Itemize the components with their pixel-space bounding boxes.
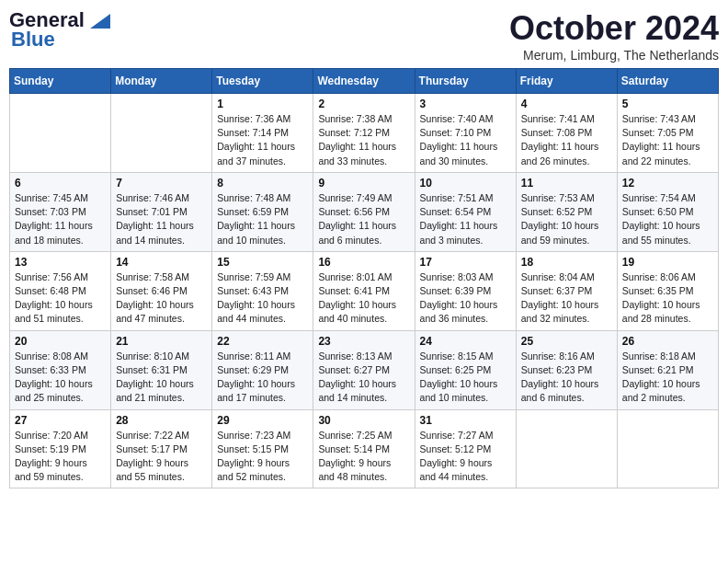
calendar-cell: 8Sunrise: 7:48 AM Sunset: 6:59 PM Daylig… [212, 172, 313, 251]
day-info: Sunrise: 7:51 AM Sunset: 6:54 PM Dayligh… [420, 191, 511, 247]
day-number: 15 [217, 256, 308, 269]
day-info: Sunrise: 8:03 AM Sunset: 6:39 PM Dayligh… [420, 270, 511, 327]
day-number: 16 [318, 256, 409, 269]
weekday-header-friday: Friday [516, 69, 617, 94]
day-number: 25 [521, 335, 612, 348]
day-info: Sunrise: 7:41 AM Sunset: 7:08 PM Dayligh… [521, 112, 612, 168]
calendar-cell: 9Sunrise: 7:49 AM Sunset: 6:56 PM Daylig… [313, 172, 415, 251]
calendar-cell: 21Sunrise: 8:10 AM Sunset: 6:31 PM Dayli… [111, 330, 212, 409]
weekday-header-wednesday: Wednesday [313, 69, 415, 94]
day-number: 10 [420, 177, 511, 190]
svg-marker-0 [90, 14, 110, 29]
day-info: Sunrise: 7:38 AM Sunset: 7:12 PM Dayligh… [318, 112, 409, 168]
calendar-cell: 12Sunrise: 7:54 AM Sunset: 6:50 PM Dayli… [617, 172, 718, 251]
day-number: 18 [521, 256, 612, 269]
day-info: Sunrise: 7:40 AM Sunset: 7:10 PM Dayligh… [420, 112, 511, 168]
day-number: 21 [116, 335, 207, 348]
day-number: 2 [318, 98, 409, 110]
day-info: Sunrise: 7:48 AM Sunset: 6:59 PM Dayligh… [217, 191, 308, 247]
weekday-header-tuesday: Tuesday [212, 69, 313, 94]
day-info: Sunrise: 7:49 AM Sunset: 6:56 PM Dayligh… [318, 191, 409, 247]
day-info: Sunrise: 7:53 AM Sunset: 6:52 PM Dayligh… [521, 191, 612, 247]
day-info: Sunrise: 8:18 AM Sunset: 6:21 PM Dayligh… [622, 350, 713, 406]
day-info: Sunrise: 8:13 AM Sunset: 6:27 PM Dayligh… [318, 350, 409, 406]
day-info: Sunrise: 7:25 AM Sunset: 5:14 PM Dayligh… [318, 429, 409, 485]
calendar-cell: 2Sunrise: 7:38 AM Sunset: 7:12 PM Daylig… [313, 94, 415, 173]
calendar-cell: 26Sunrise: 8:18 AM Sunset: 6:21 PM Dayli… [617, 330, 718, 409]
calendar-cell: 16Sunrise: 8:01 AM Sunset: 6:41 PM Dayli… [313, 251, 415, 330]
day-number: 17 [420, 256, 511, 269]
calendar-week-5: 27Sunrise: 7:20 AM Sunset: 5:19 PM Dayli… [10, 409, 719, 488]
calendar-cell: 17Sunrise: 8:03 AM Sunset: 6:39 PM Dayli… [415, 251, 516, 330]
location: Merum, Limburg, The Netherlands [509, 48, 719, 63]
calendar-cell: 5Sunrise: 7:43 AM Sunset: 7:05 PM Daylig… [617, 94, 718, 173]
day-number: 30 [318, 414, 409, 427]
calendar-cell: 11Sunrise: 7:53 AM Sunset: 6:52 PM Dayli… [516, 172, 617, 251]
day-number: 9 [318, 177, 409, 190]
calendar-week-3: 13Sunrise: 7:56 AM Sunset: 6:48 PM Dayli… [10, 251, 719, 330]
weekday-header-sunday: Sunday [10, 69, 111, 94]
calendar-cell: 10Sunrise: 7:51 AM Sunset: 6:54 PM Dayli… [415, 172, 516, 251]
weekday-header-monday: Monday [111, 69, 212, 94]
day-info: Sunrise: 7:59 AM Sunset: 6:43 PM Dayligh… [217, 270, 308, 327]
calendar-cell: 6Sunrise: 7:45 AM Sunset: 7:03 PM Daylig… [10, 172, 111, 251]
day-info: Sunrise: 8:04 AM Sunset: 6:37 PM Dayligh… [521, 270, 612, 327]
day-number: 1 [217, 98, 308, 110]
day-number: 13 [15, 256, 106, 269]
month-title: October 2024 [509, 9, 719, 48]
calendar-cell: 1Sunrise: 7:36 AM Sunset: 7:14 PM Daylig… [212, 94, 313, 173]
logo-blue: Blue [11, 28, 55, 52]
day-number: 6 [15, 177, 106, 190]
day-number: 27 [15, 414, 106, 427]
day-info: Sunrise: 8:01 AM Sunset: 6:41 PM Dayligh… [318, 270, 409, 327]
day-info: Sunrise: 7:22 AM Sunset: 5:17 PM Dayligh… [116, 429, 207, 485]
day-info: Sunrise: 7:46 AM Sunset: 7:01 PM Dayligh… [116, 191, 207, 247]
day-number: 12 [622, 177, 713, 190]
day-info: Sunrise: 7:58 AM Sunset: 6:46 PM Dayligh… [116, 270, 207, 327]
day-number: 23 [318, 335, 409, 348]
day-info: Sunrise: 8:10 AM Sunset: 6:31 PM Dayligh… [116, 350, 207, 406]
day-info: Sunrise: 7:23 AM Sunset: 5:15 PM Dayligh… [217, 429, 308, 485]
calendar-cell: 19Sunrise: 8:06 AM Sunset: 6:35 PM Dayli… [617, 251, 718, 330]
calendar-cell: 29Sunrise: 7:23 AM Sunset: 5:15 PM Dayli… [212, 409, 313, 488]
calendar-week-2: 6Sunrise: 7:45 AM Sunset: 7:03 PM Daylig… [10, 172, 719, 251]
calendar-cell: 22Sunrise: 8:11 AM Sunset: 6:29 PM Dayli… [212, 330, 313, 409]
day-number: 14 [116, 256, 207, 269]
day-info: Sunrise: 8:16 AM Sunset: 6:23 PM Dayligh… [521, 350, 612, 406]
day-number: 22 [217, 335, 308, 348]
calendar-cell: 7Sunrise: 7:46 AM Sunset: 7:01 PM Daylig… [111, 172, 212, 251]
day-number: 28 [116, 414, 207, 427]
calendar-week-4: 20Sunrise: 8:08 AM Sunset: 6:33 PM Dayli… [10, 330, 719, 409]
calendar-cell [516, 409, 617, 488]
calendar-cell: 28Sunrise: 7:22 AM Sunset: 5:17 PM Dayli… [111, 409, 212, 488]
calendar-cell: 24Sunrise: 8:15 AM Sunset: 6:25 PM Dayli… [415, 330, 516, 409]
calendar-cell: 30Sunrise: 7:25 AM Sunset: 5:14 PM Dayli… [313, 409, 415, 488]
calendar-cell: 31Sunrise: 7:27 AM Sunset: 5:12 PM Dayli… [415, 409, 516, 488]
calendar-header-row: SundayMondayTuesdayWednesdayThursdayFrid… [10, 69, 719, 94]
weekday-header-thursday: Thursday [415, 69, 516, 94]
page-header: General Blue October 2024 Merum, Limburg… [9, 9, 719, 63]
day-info: Sunrise: 7:27 AM Sunset: 5:12 PM Dayligh… [420, 429, 511, 485]
day-info: Sunrise: 7:45 AM Sunset: 7:03 PM Dayligh… [15, 191, 106, 247]
day-number: 5 [622, 98, 713, 110]
logo-icon [90, 14, 110, 29]
calendar-table: SundayMondayTuesdayWednesdayThursdayFrid… [9, 68, 719, 488]
day-number: 26 [622, 335, 713, 348]
calendar-cell: 18Sunrise: 8:04 AM Sunset: 6:37 PM Dayli… [516, 251, 617, 330]
day-info: Sunrise: 7:20 AM Sunset: 5:19 PM Dayligh… [15, 429, 106, 485]
day-number: 11 [521, 177, 612, 190]
calendar-cell [111, 94, 212, 173]
calendar-cell: 23Sunrise: 8:13 AM Sunset: 6:27 PM Dayli… [313, 330, 415, 409]
day-info: Sunrise: 8:08 AM Sunset: 6:33 PM Dayligh… [15, 350, 106, 406]
day-number: 19 [622, 256, 713, 269]
day-number: 3 [420, 98, 511, 110]
calendar-cell: 25Sunrise: 8:16 AM Sunset: 6:23 PM Dayli… [516, 330, 617, 409]
calendar-cell [617, 409, 718, 488]
calendar-cell [10, 94, 111, 173]
day-number: 29 [217, 414, 308, 427]
calendar-cell: 4Sunrise: 7:41 AM Sunset: 7:08 PM Daylig… [516, 94, 617, 173]
calendar-cell: 27Sunrise: 7:20 AM Sunset: 5:19 PM Dayli… [10, 409, 111, 488]
day-number: 8 [217, 177, 308, 190]
day-info: Sunrise: 8:11 AM Sunset: 6:29 PM Dayligh… [217, 350, 308, 406]
day-number: 24 [420, 335, 511, 348]
